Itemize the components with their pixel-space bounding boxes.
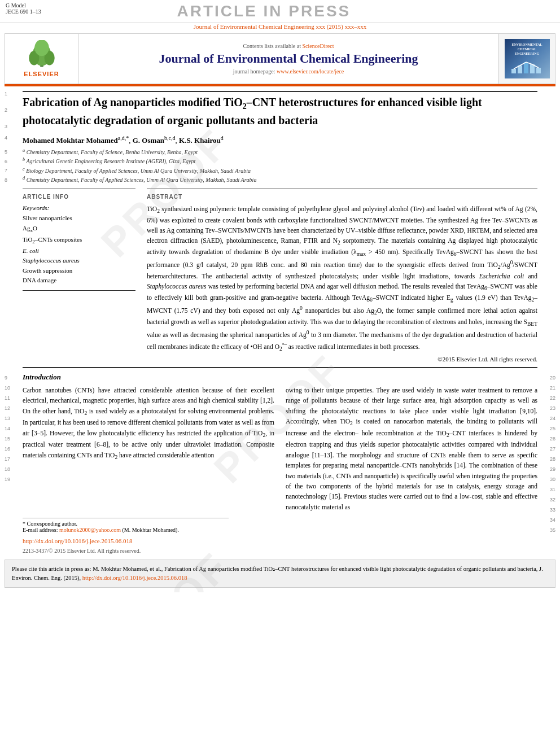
thumb-chart-icon — [510, 58, 544, 75]
journal-title-main: Journal of Environmental Chemical Engine… — [159, 51, 418, 66]
keyword-staph: Staphylococcus aureus — [23, 256, 135, 266]
jece-label: JECE 690 1–13 — [6, 8, 41, 15]
footer-links: http://dx.doi.org/10.1016/j.jece.2015.06… — [0, 535, 560, 547]
journal-thumbnail: ENVIRONMENTAL CHEMICAL ENGINEERING — [498, 34, 555, 84]
elsevier-tree-icon — [25, 40, 59, 68]
doi-link[interactable]: http://dx.doi.org/10.1016/j.jece.2015.06… — [23, 538, 132, 544]
introduction-right-text: owing to their unique properties. They a… — [286, 385, 537, 512]
journal-header: ELSEVIER Contents lists available at Sci… — [5, 33, 555, 84]
citation-doi-link[interactable]: http://dx.doi.org/10.1016/j.jece.2015.06… — [82, 575, 187, 581]
body-right-col: owing to their unique properties. They a… — [286, 373, 537, 516]
author-3: K.S. Khairou — [179, 136, 221, 145]
body-section: 9 10 11 12 13 14 15 16 17 18 19 20 21 22… — [0, 373, 560, 516]
orange-divider — [5, 84, 555, 86]
author-1-affiliation: a,d,* — [118, 135, 129, 141]
homepage-url[interactable]: www.elsevier.com/locate/jece — [277, 68, 344, 75]
citation-box: Please cite this article in press as: M.… — [5, 560, 555, 588]
keyword-growth: Growth suppression — [23, 266, 135, 276]
sciencedirect-link[interactable]: ScienceDirect — [302, 43, 334, 49]
homepage-label: journal homepage: — [233, 68, 275, 75]
journal-thumb-image: ENVIRONMENTAL CHEMICAL ENGINEERING — [505, 39, 550, 78]
homepage-line: journal homepage: www.elsevier.com/locat… — [233, 68, 344, 75]
introduction-left-text: Carbon nanotubes (CNTs) have attracted c… — [23, 385, 274, 461]
keywords-label: Keywords: — [23, 204, 135, 211]
gmodel-info: G Model JECE 690 1–13 — [6, 2, 41, 15]
article-info-title: ARTICLE INFO — [23, 194, 135, 200]
author-2-affiliation: b,c,d — [164, 135, 175, 141]
article-title: Fabrication of Ag nanoparticles modified… — [23, 94, 537, 128]
author-2: G. Osman — [133, 136, 164, 145]
svg-rect-9 — [536, 68, 541, 73]
elsevier-logo-area: ELSEVIER — [5, 34, 78, 84]
body-left-col: Introduction Carbon nanotubes (CNTs) hav… — [23, 373, 274, 516]
corresponding-author-text: * Corresponding author. — [23, 521, 77, 527]
authors-line: Mohamed Mokhtar Mohameda,d,*, G. Osmanb,… — [23, 135, 537, 145]
authors-wrapper: 4 Q1 Mohamed Mokhtar Mohameda,d,*, G. Os… — [23, 135, 537, 145]
keyword-dna: DNA damage — [23, 276, 135, 286]
abstract-column: ABSTRACT TiO2 synthesized using polymeri… — [147, 189, 537, 362]
introduction-heading: Introduction — [23, 373, 274, 382]
author-1: Mohamed Mokhtar Mohamed — [23, 136, 118, 145]
info-abstract-columns: ARTICLE INFO Keywords: Silver nanopartic… — [23, 189, 537, 362]
svg-rect-8 — [530, 64, 535, 73]
affiliation-c: c Biology Department, Faculty of Applied… — [23, 166, 537, 175]
keyword-ecoli: E. coli — [23, 246, 135, 256]
article-info-column: ARTICLE INFO Keywords: Silver nanopartic… — [23, 189, 135, 362]
top-bar: G Model JECE 690 1–13 ARTICLE IN PRESS — [0, 0, 560, 23]
abstract-text: TiO2 synthesized using polymeric templat… — [147, 204, 537, 353]
main-content: 1 2 3 Fabrication of Ag nanoparticles mo… — [0, 91, 560, 362]
keyword-tio2: TiO2–CNTs composites — [23, 235, 135, 246]
article-info-box: ARTICLE INFO Keywords: Silver nanopartic… — [23, 189, 135, 291]
elsevier-text: ELSEVIER — [24, 71, 59, 77]
affiliation-a: a Chemistry Department, Faculty of Scien… — [23, 147, 537, 156]
gmodel-label: G Model — [6, 2, 41, 8]
contents-available-text: Contents lists available at — [243, 43, 300, 49]
email-label: E-mail address: — [23, 527, 58, 533]
affiliations-wrapper: 5 6 7 8 Q2 Q3 a Chemistry Department, Fa… — [23, 147, 537, 184]
article-in-press-banner: ARTICLE IN PRESS — [41, 2, 487, 20]
journal-header-center: Contents lists available at ScienceDirec… — [78, 34, 498, 84]
copyright-line: ©2015 Elsevier Ltd. All rights reserved. — [147, 356, 537, 362]
article-title-section: Fabrication of Ag nanoparticles modified… — [23, 91, 537, 128]
journal-ref-text: Journal of Environmental Chemical Engine… — [194, 23, 366, 30]
thumb-text: ENVIRONMENTAL CHEMICAL ENGINEERING — [507, 43, 548, 56]
abstract-title: ABSTRACT — [147, 194, 537, 200]
svg-rect-5 — [511, 69, 516, 73]
svg-rect-7 — [524, 62, 528, 73]
article-in-press-title: ARTICLE IN PRESS — [41, 2, 487, 20]
affiliation-b: b Agricultural Genetic Engineering Resea… — [23, 156, 537, 165]
abstract-section: ABSTRACT TiO2 synthesized using polymeri… — [147, 189, 537, 362]
title-section-wrapper: 1 2 3 Fabrication of Ag nanoparticles mo… — [23, 91, 537, 128]
email-note: E-mail address: molunok2000@yahoo.com (M… — [23, 527, 537, 533]
author-3-affiliation: d — [221, 135, 224, 141]
affiliation-d: d Chemistry Department, Faculty of Appli… — [23, 175, 537, 184]
sciencedirect-line: Contents lists available at ScienceDirec… — [243, 43, 334, 49]
footer-copyright: 2213-3437/© 2015 Elsevier Ltd. All right… — [0, 547, 560, 555]
email-attribution: (M. Mokhtar Mohamed). — [122, 527, 179, 533]
corresponding-author-note: * Corresponding author. — [23, 521, 537, 527]
email-link[interactable]: molunok2000@yahoo.com — [59, 527, 121, 533]
footnote-section: * Corresponding author. E-mail address: … — [0, 516, 560, 535]
journal-sub-ref: Journal of Environmental Chemical Engine… — [0, 23, 560, 30]
svg-point-4 — [34, 40, 49, 56]
affiliations: a Chemistry Department, Faculty of Scien… — [23, 147, 537, 184]
keyword-silver: Silver nanoparticles — [23, 213, 135, 224]
keyword-agxo: AgxO — [23, 224, 135, 235]
